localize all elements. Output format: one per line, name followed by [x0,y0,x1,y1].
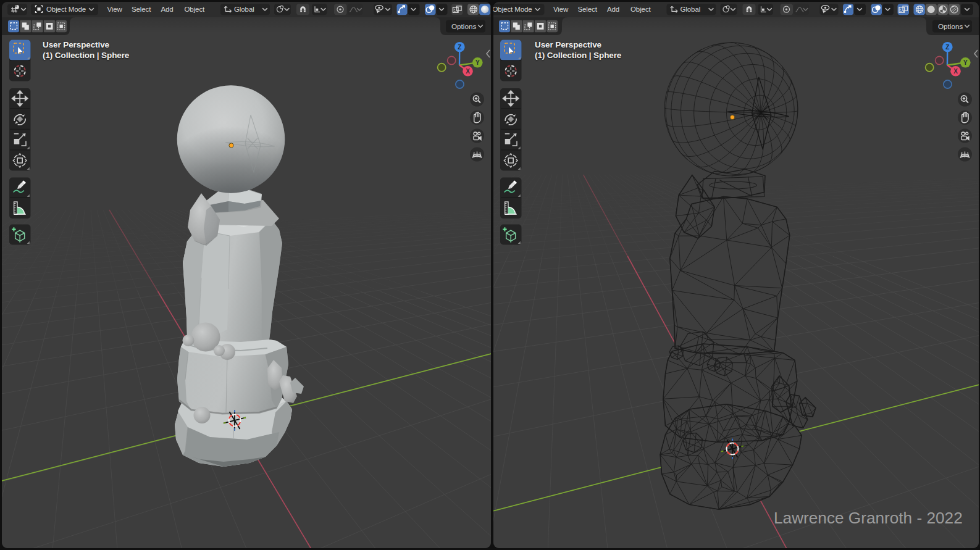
svg-text:Add: Add [607,6,619,13]
svg-text:Object Mode: Object Mode [493,6,532,13]
svg-text:Select: Select [578,6,598,13]
svg-text:X: X [953,68,958,75]
svg-text:Object Mode: Object Mode [46,6,86,13]
svg-text:Global: Global [681,6,701,13]
svg-text:View: View [553,6,569,13]
svg-text:X: X [466,68,470,75]
svg-text:Y: Y [963,59,968,66]
svg-text:Z: Z [458,44,461,51]
svg-text:Options: Options [451,22,476,30]
svg-text:View: View [107,6,123,13]
svg-text:Object: Object [185,6,206,13]
svg-text:Lawrence Granroth - 2022: Lawrence Granroth - 2022 [774,509,963,527]
svg-text:Add: Add [161,6,174,13]
svg-text:Options: Options [938,22,963,30]
svg-text:Select: Select [132,6,151,13]
svg-text:Y: Y [475,59,480,66]
svg-text:Global: Global [234,6,254,13]
svg-text:Z: Z [945,44,949,51]
svg-text:Object: Object [630,6,651,13]
